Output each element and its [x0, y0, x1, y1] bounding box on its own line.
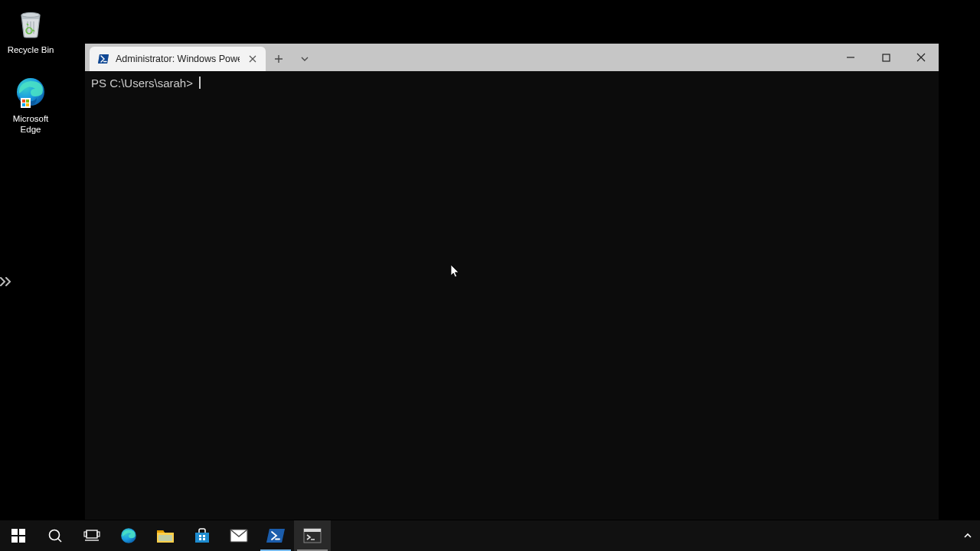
taskbar-file-explorer[interactable] — [147, 520, 184, 551]
svg-rect-10 — [11, 536, 18, 543]
svg-rect-8 — [11, 529, 18, 535]
tab-close-button[interactable] — [246, 52, 260, 66]
task-view-icon — [83, 529, 100, 543]
svg-rect-2 — [21, 98, 31, 108]
tab-strip: Administrator: Windows PowerShell — [85, 44, 318, 71]
mouse-cursor-icon — [451, 265, 460, 279]
desktop-icon-recycle-bin[interactable]: Recycle Bin — [3, 5, 58, 55]
svg-rect-18 — [199, 535, 201, 537]
svg-rect-17 — [158, 535, 172, 541]
task-view-button[interactable] — [74, 520, 110, 551]
svg-rect-25 — [304, 529, 321, 532]
minimize-icon — [846, 53, 855, 62]
svg-point-0 — [21, 13, 40, 18]
svg-rect-7 — [883, 54, 890, 61]
search-button[interactable] — [37, 520, 74, 551]
chevron-down-icon — [300, 55, 309, 63]
svg-rect-20 — [199, 538, 201, 540]
maximize-icon — [882, 54, 890, 62]
svg-rect-11 — [19, 536, 25, 543]
tab-title: Administrator: Windows PowerShell — [116, 54, 240, 64]
powershell-icon — [266, 527, 286, 545]
taskbar-store[interactable] — [184, 520, 220, 551]
new-tab-button[interactable] — [266, 47, 292, 71]
tab-powershell[interactable]: Administrator: Windows PowerShell — [90, 47, 266, 71]
svg-rect-15 — [97, 532, 100, 536]
svg-point-12 — [50, 530, 60, 540]
terminal-prompt: PS C:\Users\sarah> — [91, 77, 196, 90]
taskbar-powershell[interactable] — [257, 520, 294, 551]
taskbar-edge[interactable] — [110, 520, 147, 551]
recycle-bin-icon — [12, 5, 49, 41]
desktop[interactable]: Recycle Bin — [0, 0, 980, 551]
svg-rect-19 — [203, 535, 205, 537]
taskbar-spacer — [331, 520, 956, 551]
taskbar-terminal[interactable] — [294, 520, 331, 551]
edge-icon — [119, 527, 138, 545]
search-icon — [47, 528, 63, 543]
terminal-cursor — [199, 77, 201, 89]
svg-rect-13 — [87, 530, 97, 538]
svg-rect-6 — [26, 103, 29, 106]
chevron-up-icon — [963, 532, 972, 540]
close-button[interactable] — [903, 44, 939, 71]
desktop-icon-label: Microsoft Edge — [3, 113, 58, 135]
maximize-button[interactable] — [868, 44, 903, 71]
svg-rect-3 — [22, 99, 25, 103]
stray-double-chevron-icon[interactable] — [0, 276, 14, 288]
taskbar — [0, 520, 980, 551]
windows-logo-icon — [11, 529, 25, 543]
desktop-icons: Recycle Bin — [3, 5, 58, 135]
window-titlebar[interactable]: Administrator: Windows PowerShell — [85, 44, 939, 71]
mail-icon — [230, 528, 248, 543]
terminal-body[interactable]: PS C:\Users\sarah> — [85, 71, 939, 520]
powershell-icon — [97, 53, 109, 65]
desktop-icon-label: Recycle Bin — [8, 44, 54, 55]
svg-rect-9 — [19, 529, 25, 535]
terminal-window: Administrator: Windows PowerShell — [85, 44, 939, 520]
edge-icon — [12, 73, 49, 110]
desktop-icon-microsoft-edge[interactable]: Microsoft Edge — [3, 73, 58, 135]
file-explorer-icon — [156, 527, 175, 544]
terminal-icon — [303, 527, 322, 544]
svg-rect-14 — [84, 532, 87, 536]
titlebar-drag-region[interactable] — [318, 44, 833, 71]
tray-show-hidden-button[interactable] — [956, 520, 980, 551]
store-icon — [193, 527, 211, 545]
minimize-button[interactable] — [833, 44, 868, 71]
svg-rect-5 — [22, 103, 25, 106]
tab-dropdown-button[interactable] — [292, 47, 318, 71]
plus-icon — [274, 54, 283, 64]
start-button[interactable] — [0, 520, 37, 551]
close-icon — [249, 55, 256, 63]
svg-rect-4 — [26, 99, 29, 103]
svg-rect-21 — [203, 538, 205, 540]
taskbar-mail[interactable] — [220, 520, 257, 551]
close-icon — [916, 53, 926, 62]
